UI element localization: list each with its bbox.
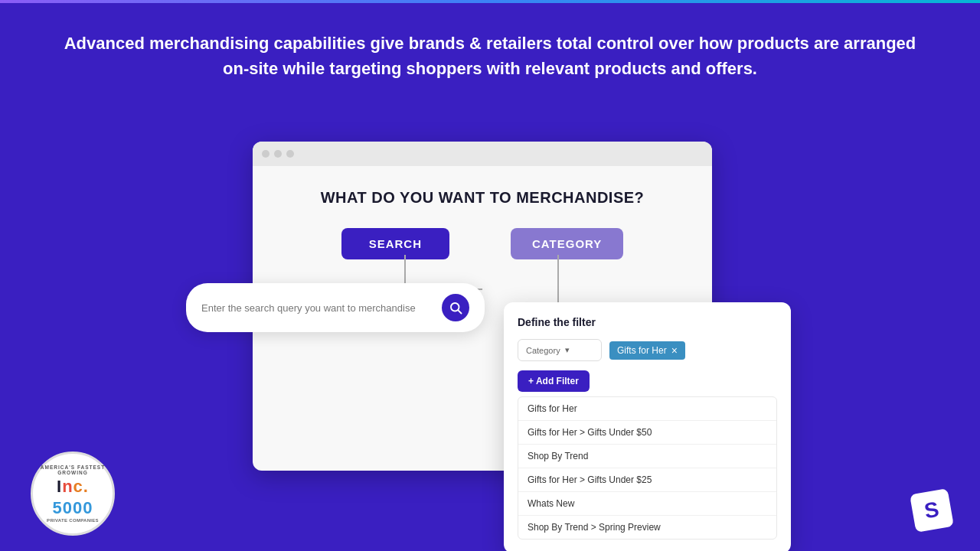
browser-titlebar bbox=[253, 142, 712, 166]
inc-number: 5000 bbox=[33, 498, 113, 518]
filter-tag-gifts-for-her: Gifts for Her × bbox=[609, 341, 685, 360]
svg-line-1 bbox=[458, 310, 461, 313]
inc-arc-text: AMERICA'S FASTEST GROWING bbox=[33, 465, 113, 475]
search-input[interactable] bbox=[201, 302, 442, 314]
search-box-container bbox=[186, 283, 485, 332]
chevron-down-icon: ▾ bbox=[565, 345, 570, 355]
search-icon bbox=[449, 301, 462, 315]
search-submit-button[interactable] bbox=[442, 294, 469, 321]
connector-right-vertical bbox=[557, 255, 559, 289]
headline-text: Advanced merchandising capabilities give… bbox=[0, 0, 980, 96]
add-filter-button[interactable]: + Add Filter bbox=[518, 370, 590, 392]
dropdown-list: Gifts for Her Gifts for Her > Gifts Unde… bbox=[518, 396, 777, 540]
browser-content: WHAT DO YOU WANT TO MERCHANDISE? SEARCH … bbox=[253, 166, 712, 275]
inc-logo: Inc. bbox=[57, 477, 89, 496]
category-button[interactable]: CATEGORY bbox=[511, 228, 623, 259]
browser-dot-yellow bbox=[274, 150, 282, 158]
inc-sub-text: PRIVATE COMPANIES bbox=[33, 518, 113, 523]
filter-tag-label: Gifts for Her bbox=[617, 345, 667, 356]
dropdown-item-5[interactable]: Shop By Trend > Spring Preview bbox=[518, 516, 776, 539]
dropdown-item-3[interactable]: Gifts for Her > Gifts Under $25 bbox=[518, 468, 776, 492]
merch-question-title: WHAT DO YOU WANT TO MERCHANDISE? bbox=[268, 189, 697, 207]
browser-dot-green bbox=[286, 150, 294, 158]
filter-panel: Define the filter Category ▾ Gifts for H… bbox=[504, 302, 791, 551]
browser-dot-red bbox=[262, 150, 270, 158]
filter-row: Category ▾ Gifts for Her × bbox=[518, 339, 777, 361]
top-gradient-line bbox=[0, 0, 980, 3]
dropdown-item-4[interactable]: Whats New bbox=[518, 492, 776, 516]
merch-buttons-container: SEARCH CATEGORY bbox=[268, 228, 697, 259]
company-logo-container: S bbox=[913, 491, 951, 530]
category-dropdown-label: Category bbox=[526, 346, 560, 355]
category-dropdown[interactable]: Category ▾ bbox=[518, 339, 602, 361]
dropdown-item-2[interactable]: Shop By Trend bbox=[518, 445, 776, 468]
filter-panel-title: Define the filter bbox=[518, 316, 777, 328]
dropdown-item-0[interactable]: Gifts for Her bbox=[518, 397, 776, 421]
company-logo: S bbox=[910, 488, 954, 533]
filter-tag-remove-button[interactable]: × bbox=[671, 345, 678, 356]
dropdown-item-1[interactable]: Gifts for Her > Gifts Under $50 bbox=[518, 421, 776, 445]
logo-symbol: S bbox=[923, 497, 941, 524]
search-button[interactable]: SEARCH bbox=[341, 228, 449, 259]
inc-5000-badge: AMERICA'S FASTEST GROWING Inc. 5000 PRIV… bbox=[31, 452, 115, 536]
